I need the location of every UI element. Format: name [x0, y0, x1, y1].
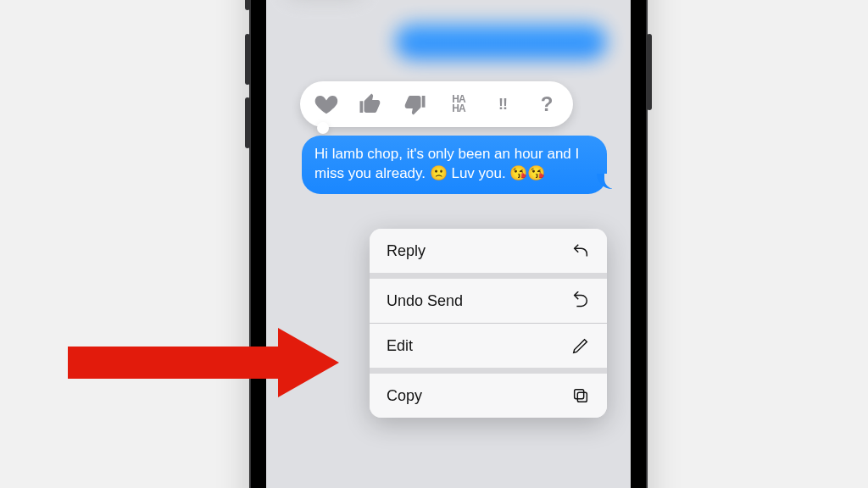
tapback-heart-icon[interactable]	[314, 92, 339, 117]
message-context-menu: Reply Undo Send Edit	[370, 229, 607, 418]
phone-side-button	[647, 34, 652, 110]
tapback-thumbs-up-icon[interactable]	[358, 92, 383, 117]
svg-rect-0	[577, 392, 587, 402]
menu-item-edit[interactable]: Edit	[370, 324, 607, 368]
menu-label: Edit	[387, 337, 413, 355]
menu-item-reply[interactable]: Reply	[370, 229, 607, 273]
tapback-exclaim-icon[interactable]: !!	[490, 92, 515, 117]
tapback-picker: HA HA !! ?	[300, 81, 573, 127]
menu-item-copy[interactable]: Copy	[370, 374, 607, 418]
menu-label: Undo Send	[387, 292, 463, 310]
menu-item-undo-send[interactable]: Undo Send	[370, 279, 607, 323]
reply-icon	[571, 241, 590, 260]
undo-icon	[571, 291, 590, 310]
tapback-haha-icon[interactable]: HA HA	[446, 92, 471, 117]
menu-label: Reply	[387, 242, 426, 260]
phone-volume-up	[245, 34, 250, 85]
bubble-tail	[597, 174, 612, 189]
phone-frame: HA HA !! ? Hi lamb chop, it's only been …	[249, 0, 648, 488]
tapback-thumbs-down-icon[interactable]	[402, 92, 427, 117]
message-text: Hi lamb chop, it's only been an hour and…	[314, 146, 579, 181]
edit-icon	[571, 336, 590, 355]
selected-message-bubble[interactable]: Hi lamb chop, it's only been an hour and…	[302, 136, 607, 194]
phone-screen: HA HA !! ? Hi lamb chop, it's only been …	[266, 0, 631, 488]
svg-rect-1	[575, 390, 584, 399]
callout-arrow	[68, 328, 348, 396]
menu-label: Copy	[387, 387, 422, 405]
tapback-question-icon[interactable]: ?	[534, 92, 559, 117]
phone-volume-down	[245, 97, 250, 148]
phone-mute-switch	[245, 0, 250, 10]
copy-icon	[571, 386, 590, 405]
